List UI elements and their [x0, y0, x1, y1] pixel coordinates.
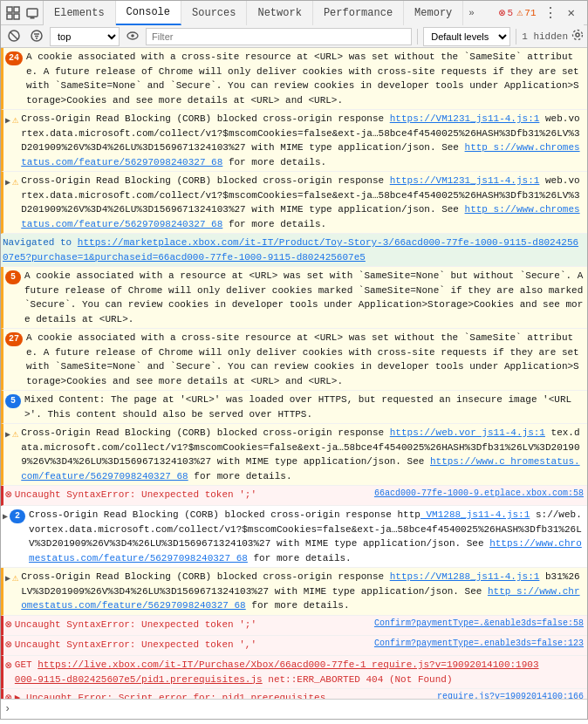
filter-bar: top Default levels Verbose Info Warnings… [1, 25, 587, 48]
entry-left: ▶ ⚠ [5, 570, 21, 586]
log-text: Navigated to https://marketplace.xbox.co… [3, 236, 584, 264]
log-source[interactable]: Confirm?paymentType=.&enable3ds=false:58 [371, 618, 584, 630]
hidden-count: 1 hidden [522, 31, 568, 42]
log-entry: ▶ 2 Cross-Origin Read Blocking (CORB) bl… [1, 506, 587, 568]
log-text: GET https://live.xbox.com/it-IT/Purchase… [15, 658, 584, 686]
warning-icon: ⚠ [12, 427, 18, 442]
error-circle-icon: ⊗ [5, 618, 12, 633]
more-options-button[interactable]: ⋮ [540, 4, 561, 22]
log-text: Cross-Origin Read Blocking (CORB) blocke… [21, 174, 584, 231]
log-text: A cookie associated with a cross-site re… [26, 50, 584, 107]
close-devtools-button[interactable]: ✕ [564, 5, 578, 20]
error-count-badge: ⊗ 5 [499, 6, 513, 20]
tab-console[interactable]: Console [116, 1, 181, 25]
svg-rect-2 [7, 14, 12, 19]
svg-point-15 [573, 30, 583, 39]
tab-elements[interactable]: Elements [44, 1, 116, 25]
settings-icon[interactable] [571, 29, 584, 44]
log-text: Uncaught SyntaxError: Unexpected token '… [15, 488, 256, 502]
log-link[interactable]: https://VM1288_js11-4.js:1 [390, 571, 540, 582]
log-entry-error: ⊗ GET https://live.xbox.com/it-IT/Purcha… [1, 656, 587, 689]
clear-console-button[interactable] [4, 27, 24, 46]
prompt-chevron: › [4, 703, 10, 715]
log-entry: ▶ ⚠ Cross-Origin Read Blocking (CORB) bl… [1, 568, 587, 616]
devtools-container: Elements Console Sources Network Perform… [0, 0, 588, 720]
repeat-badge: 27 [5, 332, 23, 346]
expand-arrow[interactable]: ▶ [3, 511, 8, 523]
svg-rect-1 [14, 7, 19, 12]
log-text: A cookie associated with a resource at <… [24, 269, 584, 326]
svg-rect-0 [7, 7, 12, 12]
entry-left: ▶ 2 [3, 508, 29, 523]
log-entry: 24 A cookie associated with a cross-site… [1, 48, 587, 110]
log-source[interactable]: 66acd000-77fe-1000-9.etplace.xbox.com:58 [371, 488, 584, 500]
svg-point-14 [576, 33, 579, 37]
entry-left: 5 [5, 393, 24, 408]
log-text: Uncaught SyntaxError: Unexpected token '… [15, 638, 256, 652]
repeat-badge: 5 [5, 270, 21, 284]
filter-input[interactable] [146, 28, 412, 45]
log-link[interactable]: https://web.vor js11-4.js:1 [390, 427, 545, 438]
log-link[interactable]: https://VM1231_js11-4.js:1 [390, 175, 540, 186]
log-level-select[interactable]: Default levels Verbose Info Warnings Err… [423, 27, 510, 46]
entry-left: 5 [5, 269, 24, 284]
expand-arrow[interactable]: ▶ [5, 429, 10, 441]
warning-count-badge: ⚠ 71 [516, 6, 536, 19]
error-circle-icon: ⊗ [5, 691, 12, 699]
log-text: Cross-Origin Read Blocking (CORB) blocke… [21, 112, 584, 169]
nav-link[interactable]: https://marketplace.xbox.com/it-IT/Produ… [3, 237, 578, 263]
context-select[interactable]: top [50, 27, 120, 46]
tab-memory[interactable]: Memory [404, 1, 463, 25]
error-circle-icon: ⊗ [5, 638, 12, 653]
log-entry: ▶ ⚠ Cross-Origin Read Blocking (CORB) bl… [1, 172, 587, 234]
log-entry-error: ⊗ Uncaught SyntaxError: Unexpected token… [1, 486, 587, 506]
repeat-badge: 5 [5, 394, 21, 408]
eye-button[interactable] [123, 27, 142, 46]
repeat-badge: 24 [5, 51, 23, 65]
entry-left: 27 [5, 331, 26, 346]
console-input[interactable] [14, 704, 584, 715]
filter-toggle-button[interactable] [27, 27, 46, 46]
expand-arrow[interactable]: ▶ [5, 573, 10, 585]
log-link2[interactable]: http s://www.chromestatus.com/feature/56… [21, 204, 579, 229]
log-link2[interactable]: https://www.chromestatus.com/feature/562… [29, 538, 582, 563]
log-entry-error: ⊗ Uncaught SyntaxError: Unexpected token… [1, 636, 587, 656]
warning-icon: ⚠ [12, 175, 18, 190]
tab-overflow[interactable]: » [463, 1, 480, 25]
tab-sources[interactable]: Sources [181, 1, 247, 25]
inspect-icon[interactable] [4, 4, 22, 22]
svg-rect-5 [31, 17, 34, 18]
tab-network[interactable]: Network [247, 1, 312, 25]
entry-left: 24 [5, 50, 26, 65]
error-circle-icon: ⊗ [5, 488, 12, 503]
log-entry: 5 Mixed Content: The page at '<URL>' was… [1, 391, 587, 424]
log-link2[interactable]: http s://www.chromestatus.com/feature/56… [21, 142, 579, 167]
log-source[interactable]: require.js?v=19092014100:166 [434, 691, 584, 699]
log-link[interactable]: VM1288_js11-4.js:1 [420, 509, 530, 520]
expand-arrow[interactable]: ▶ [5, 177, 10, 189]
log-text: Cross-Origin Read Blocking (CORB) blocke… [29, 508, 584, 565]
log-link[interactable]: https://VM1231_js11-4.js:1 [390, 113, 540, 124]
svg-point-13 [131, 34, 134, 38]
device-toggle[interactable] [24, 4, 41, 22]
log-link2[interactable]: https://www.c hromestatus.com/feature/56… [21, 456, 579, 482]
tab-right-controls: ⊗ 5 ⚠ 71 ⋮ ✕ [499, 4, 584, 22]
console-area: 24 A cookie associated with a cross-site… [1, 48, 587, 699]
log-source[interactable]: Confirm?paymentType=.enable3ds=false:123 [371, 638, 584, 650]
log-entry: 5 A cookie associated with a resource at… [1, 267, 587, 329]
log-entry: ▶ ⚠ Cross-Origin Read Blocking (CORB) bl… [1, 110, 587, 172]
log-link2[interactable]: http s://www.chromestatus.com/feature/56… [21, 586, 579, 611]
svg-line-7 [10, 32, 17, 39]
top-toolbar: Elements Console Sources Network Perform… [1, 1, 587, 25]
svg-rect-3 [14, 14, 19, 19]
log-text: A cookie associated with a cross-site re… [26, 331, 584, 388]
repeat-badge: 2 [10, 509, 25, 523]
tab-performance[interactable]: Performance [313, 1, 404, 25]
expand-arrow[interactable]: ▶ [5, 115, 10, 127]
log-text: Mixed Content: The page at '<URL>' was l… [24, 393, 584, 421]
warning-icon: ⚠ [12, 571, 18, 586]
log-entry-navigate: Navigated to https://marketplace.xbox.co… [1, 234, 587, 267]
log-link[interactable]: https://live.xbox.com/it-IT/Purchase/Xbo… [15, 659, 539, 685]
entry-left: ▶ ⚠ [5, 112, 21, 128]
console-prompt: › [1, 699, 587, 719]
